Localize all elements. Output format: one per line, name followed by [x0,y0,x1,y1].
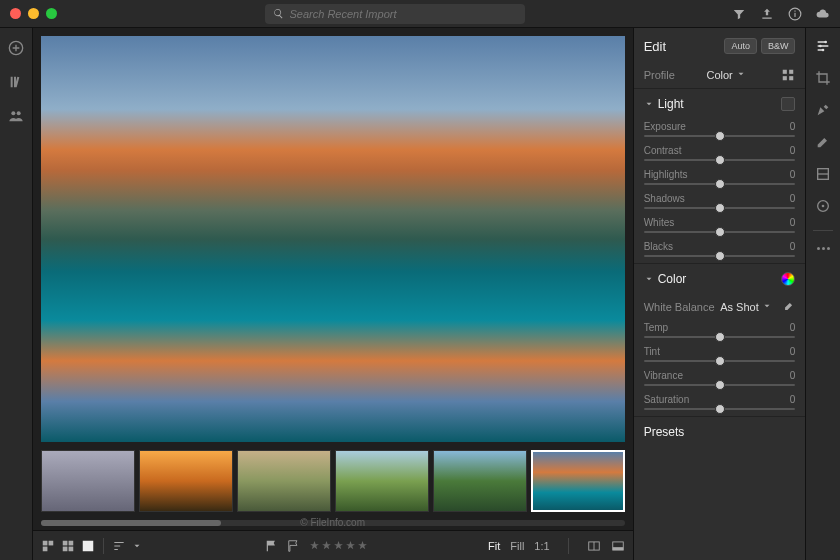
add-photo-icon[interactable] [8,40,24,56]
svg-rect-8 [42,546,47,551]
flag-reject-icon[interactable] [287,539,301,553]
library-icon[interactable] [8,74,24,90]
slider-label: Blacks [644,241,673,252]
chevron-down-icon[interactable] [132,541,142,551]
minimize-window-icon[interactable] [28,8,39,19]
chevron-down-icon [736,69,746,79]
color-slider-row: Tint 0 [634,344,806,368]
svg-rect-10 [68,540,73,545]
slider-knob[interactable] [715,131,725,141]
thumbnail-selected[interactable] [531,450,625,512]
chevron-down-icon [762,301,772,311]
healing-brush-icon[interactable] [815,102,831,118]
slider-knob[interactable] [715,332,725,342]
window-controls[interactable] [10,8,57,19]
zoom-fill[interactable]: Fill [510,540,524,552]
slider-value: 0 [790,241,796,252]
photo-canvas[interactable] [33,28,633,442]
color-section-header[interactable]: Color [634,263,806,294]
slider-value: 0 [790,346,796,357]
svg-rect-12 [68,546,73,551]
slider-track[interactable] [644,360,796,362]
svg-rect-6 [42,540,47,545]
filmstrip [33,442,633,520]
slider-track[interactable] [644,183,796,185]
slider-label: Whites [644,217,675,228]
close-window-icon[interactable] [10,8,21,19]
zoom-fit[interactable]: Fit [488,540,500,552]
slider-label: Vibrance [644,370,683,381]
people-icon[interactable] [8,108,24,124]
presets-section-header[interactable]: Presets [634,416,806,447]
filter-icon[interactable] [732,7,746,21]
star-icon[interactable] [309,540,320,551]
light-section-header[interactable]: Light [634,88,806,119]
svg-point-23 [822,49,825,52]
chevron-down-icon [644,274,654,284]
rating-stars[interactable] [309,540,368,551]
white-balance-dropdown[interactable]: As Shot [720,301,776,313]
slider-knob[interactable] [715,227,725,237]
slider-track[interactable] [644,207,796,209]
thumbnail[interactable] [41,450,135,512]
zoom-ratio[interactable]: 1:1 [534,540,549,552]
thumbnail[interactable] [433,450,527,512]
slider-knob[interactable] [715,203,725,213]
slider-value: 0 [790,217,796,228]
radial-gradient-icon[interactable] [815,198,831,214]
slider-track[interactable] [644,255,796,257]
slider-track[interactable] [644,384,796,386]
search-input[interactable] [290,8,517,20]
bw-button[interactable]: B&W [761,38,796,54]
search-box[interactable] [265,4,525,24]
linear-gradient-icon[interactable] [815,166,831,182]
slider-knob[interactable] [715,179,725,189]
slider-knob[interactable] [715,251,725,261]
slider-knob[interactable] [715,356,725,366]
share-icon[interactable] [760,7,774,21]
star-icon[interactable] [357,540,368,551]
slider-track[interactable] [644,231,796,233]
color-mixer-icon[interactable] [781,272,795,286]
maximize-window-icon[interactable] [46,8,57,19]
profile-browser-icon[interactable] [781,68,795,82]
thumbnail[interactable] [237,450,331,512]
light-slider-row: Blacks 0 [634,239,806,263]
watermark: © FileInfo.com [300,517,365,528]
slider-label: Temp [644,322,668,333]
slider-track[interactable] [644,408,796,410]
more-icon[interactable] [817,247,830,250]
slider-track[interactable] [644,159,796,161]
filmstrip-toggle-icon[interactable] [611,539,625,553]
info-icon[interactable] [788,7,802,21]
view-detail-icon[interactable] [81,539,95,553]
color-slider-row: Temp 0 [634,320,806,344]
svg-rect-18 [790,70,794,74]
edit-sliders-icon[interactable] [815,38,831,54]
slider-track[interactable] [644,135,796,137]
view-photogrid-icon[interactable] [41,539,55,553]
flag-pick-icon[interactable] [265,539,279,553]
slider-knob[interactable] [715,155,725,165]
cloud-icon[interactable] [816,7,830,21]
scrollbar-thumb[interactable] [41,520,221,526]
slider-knob[interactable] [715,404,725,414]
slider-knob[interactable] [715,380,725,390]
original-toggle-icon[interactable] [587,539,601,553]
search-icon [273,8,284,19]
profile-dropdown[interactable]: Color [706,69,749,81]
slider-track[interactable] [644,336,796,338]
thumbnail[interactable] [335,450,429,512]
eyedropper-icon[interactable] [781,300,795,314]
sort-icon[interactable] [112,539,126,553]
tone-curve-icon[interactable] [781,97,795,111]
star-icon[interactable] [333,540,344,551]
profile-label: Profile [644,69,675,81]
star-icon[interactable] [345,540,356,551]
auto-button[interactable]: Auto [724,38,757,54]
star-icon[interactable] [321,540,332,551]
thumbnail[interactable] [139,450,233,512]
brush-icon[interactable] [815,134,831,150]
view-squaregrid-icon[interactable] [61,539,75,553]
crop-icon[interactable] [815,70,831,86]
